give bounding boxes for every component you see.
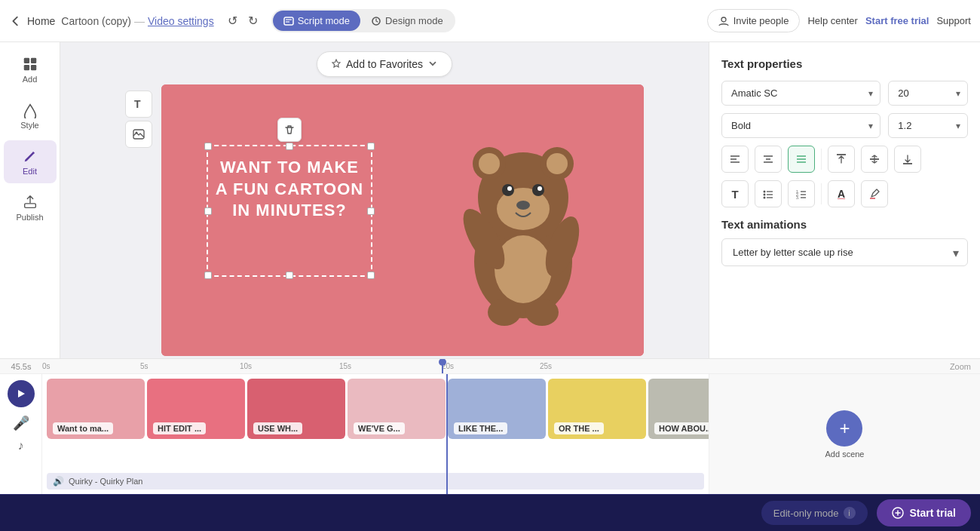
font-family-select[interactable]: Amatic SC Arial Georgia (721, 81, 880, 106)
handle-top-mid[interactable] (286, 143, 293, 150)
sidebar-item-publish[interactable]: Publish (4, 186, 57, 229)
design-mode-label: Design mode (385, 15, 443, 26)
clip-4[interactable]: LIKE THE... (448, 379, 546, 439)
text-element[interactable]: Want to make a fun cartoon in minutes? (207, 145, 372, 277)
numbered-list-button[interactable]: 1. 2. 3. (788, 180, 815, 207)
ruler-15s: 15s (339, 362, 351, 370)
align-justify-icon (795, 153, 807, 165)
star-icon (331, 59, 341, 69)
font-weight-wrapper: Bold Regular Italic (721, 113, 880, 138)
help-center-link[interactable]: Help center (807, 15, 857, 26)
ruler-10s: 10s (240, 362, 252, 370)
zoom-area: Zoom (709, 359, 980, 373)
person-icon (718, 16, 729, 26)
clip-2[interactable]: USE WH... (247, 379, 345, 439)
sidebar-item-edit[interactable]: Edit (4, 140, 57, 183)
timeline-play-button[interactable] (8, 380, 35, 407)
timeline-ruler-row: 45.5s 0s 5s 10s 15s 20s 25s Zoom (0, 359, 980, 374)
breadcrumb-video-settings[interactable]: Video settings (148, 15, 214, 27)
valign-bottom-button[interactable] (894, 146, 921, 173)
svg-point-18 (547, 153, 568, 174)
text-color-button[interactable]: A (828, 180, 855, 207)
home-button[interactable]: Home (9, 14, 55, 28)
sidebar-item-add[interactable]: Add (4, 48, 57, 91)
invite-people-button[interactable]: Invite people (707, 9, 801, 32)
clip-6-label: HOW ABOU... (654, 422, 709, 434)
handle-bot-mid[interactable] (286, 272, 293, 279)
topbar: Home Cartoon (copy) — Video settings ↺ ↻… (0, 0, 980, 42)
line-height-wrapper: 1.2 1.0 1.5 2.0 (888, 113, 968, 138)
animation-select[interactable]: Letter by letter scale up rise Fade in S… (721, 238, 968, 266)
font-family-wrapper: Amatic SC Arial Georgia (721, 81, 880, 106)
align-left-button[interactable] (721, 146, 749, 173)
svg-point-23 (537, 186, 542, 191)
clip-0[interactable]: Want to ma... (47, 379, 145, 439)
align-justify-button[interactable] (788, 146, 815, 173)
ruler: 0s 5s 10s 15s 20s 25s (42, 359, 709, 373)
numbered-list-icon: 1. 2. 3. (795, 188, 807, 200)
font-size-select[interactable]: 20 16 24 32 (888, 81, 968, 106)
svg-point-47 (764, 194, 766, 196)
clip-0-label: Want to ma... (53, 422, 113, 434)
add-scene-label: Add scene (825, 450, 865, 459)
bullet-list-button[interactable] (755, 180, 782, 207)
font-weight-select[interactable]: Bold Regular Italic (721, 113, 880, 138)
edit-label: Edit (23, 167, 37, 176)
audio-note-icon: 🔊 (53, 476, 64, 486)
valign-top-icon (835, 153, 847, 165)
edit-icon (22, 148, 38, 164)
publish-label: Publish (16, 213, 43, 222)
clip-5[interactable]: OR THE ... (548, 379, 646, 439)
timeline-tracks: Want to ma... HIT EDIT ... USE WH... WE'… (42, 374, 709, 494)
bullet-list-icon (762, 188, 774, 200)
valign-top-button[interactable] (828, 146, 855, 173)
text-format-button[interactable]: T (721, 180, 749, 207)
svg-point-16 (479, 153, 500, 174)
right-panel: Text properties Amatic SC Arial Georgia … (709, 42, 980, 358)
alignment-row (721, 146, 968, 173)
sidebar-item-style[interactable]: Style (4, 94, 57, 137)
svg-point-22 (507, 186, 512, 191)
support-link[interactable]: Support (936, 15, 971, 26)
highlight-icon (868, 188, 880, 200)
clip-1[interactable]: HIT EDIT ... (147, 379, 245, 439)
handle-bot-right[interactable] (367, 272, 375, 279)
text-tool-button[interactable]: T (125, 91, 152, 118)
line-height-select[interactable]: 1.2 1.0 1.5 2.0 (888, 113, 968, 138)
svg-point-46 (764, 191, 766, 193)
valign-middle-button[interactable] (861, 146, 888, 173)
svg-point-25 (495, 235, 552, 303)
highlight-color-button[interactable] (861, 180, 888, 207)
handle-bot-left[interactable] (204, 272, 212, 279)
handle-top-left[interactable] (204, 143, 212, 150)
font-weight-row: Bold Regular Italic 1.2 1.0 1.5 2.0 (721, 113, 968, 138)
clip-2-label: USE WH... (253, 422, 302, 434)
delete-element-button[interactable] (277, 118, 302, 142)
handle-mid-right[interactable] (367, 207, 375, 215)
ruler-0s: 0s (42, 362, 51, 370)
svg-point-29 (525, 299, 559, 326)
clip-6[interactable]: HOW ABOU... (648, 379, 709, 439)
undo-button[interactable]: ↺ (223, 11, 242, 31)
style-icon (22, 102, 38, 118)
add-scene-button[interactable]: + Add scene (825, 410, 865, 459)
bear-svg (448, 130, 599, 326)
main-area: Add Style Edit Publish (0, 42, 980, 358)
redo-button[interactable]: ↻ (243, 11, 262, 31)
align-center-button[interactable] (755, 146, 782, 173)
start-trial-button[interactable]: Start trial (877, 499, 971, 526)
image-tool-button[interactable] (125, 121, 152, 148)
time-value: 45.5s (11, 362, 32, 371)
script-mode-button[interactable]: Script mode (273, 11, 360, 31)
handle-mid-left[interactable] (204, 207, 212, 215)
start-free-trial-link[interactable]: Start free trial (865, 15, 929, 26)
music-button[interactable]: ♪ (18, 439, 24, 453)
svg-text:T: T (134, 98, 141, 110)
clip-3[interactable]: WE'VE G... (348, 379, 446, 439)
microphone-button[interactable]: 🎤 (13, 415, 29, 431)
add-to-favorites-button[interactable]: Add to Favorites (317, 51, 452, 77)
divider-1 (821, 149, 822, 170)
handle-top-right[interactable] (367, 143, 375, 150)
canvas-text-content[interactable]: Want to make a fun cartoon in minutes? (208, 146, 371, 232)
design-mode-button[interactable]: Design mode (360, 11, 454, 31)
